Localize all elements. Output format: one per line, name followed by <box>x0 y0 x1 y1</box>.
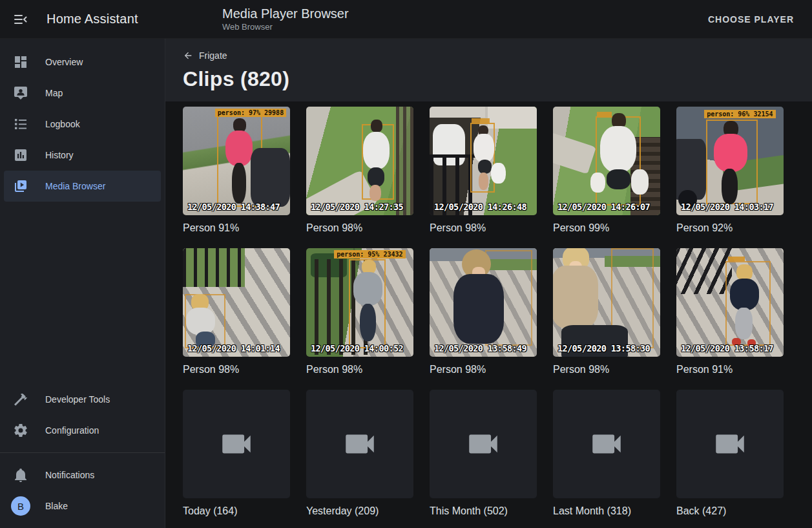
breadcrumb-back-frigate[interactable]: Frigate <box>183 50 227 61</box>
clip-card[interactable]: 12/05/2020 14:27:35 Person 98% <box>306 107 413 234</box>
choose-player-button[interactable]: CHOOSE PLAYER <box>703 9 799 30</box>
photo-figure <box>491 163 506 184</box>
app-window: Home Assistant Media Player Browser Web … <box>0 0 812 528</box>
photo-figure <box>607 169 630 189</box>
clip-label: Person 91% <box>183 222 290 234</box>
clip-thumbnail: person: 96% 32154 12/05/2020 14:03:17 <box>676 107 784 215</box>
photo-figure <box>363 132 390 170</box>
timestamp-overlay: 12/05/2020 13:58:30 <box>557 343 650 354</box>
page-heading: Media Player Browser Web Browser <box>222 6 349 32</box>
photo-figure <box>186 308 215 335</box>
folder-label: This Month (502) <box>430 505 537 517</box>
account-tooltip-icon <box>13 85 28 101</box>
annotation-tag: person: 95% 23432 <box>334 250 405 259</box>
photo-figure <box>430 107 485 118</box>
clip-card[interactable]: 12/05/2020 13:58:49 Person 98% <box>430 248 537 375</box>
timestamp-overlay: 12/05/2020 13:58:49 <box>434 343 526 354</box>
clip-card[interactable]: person: 95% 23432 12/05/2020 14:00:52 Pe… <box>306 248 413 375</box>
sidebar-item-notifications[interactable]: Notifications <box>4 459 161 491</box>
clip-thumbnail: 12/05/2020 13:58:49 <box>430 248 537 357</box>
clip-label: Person 98% <box>430 364 537 375</box>
annotation-tag: person: 97% 29988 <box>215 109 286 117</box>
photo-figure <box>479 173 488 190</box>
clip-card[interactable]: person: 97% 29988 12/05/2020 14:38:47 Pe… <box>183 107 290 234</box>
clip-thumbnail: 12/05/2020 14:26:07 <box>553 107 660 215</box>
sidebar-item-configuration[interactable]: Configuration <box>4 415 161 446</box>
clip-thumbnail: 12/05/2020 13:58:30 <box>553 248 660 357</box>
folder-thumbnail <box>306 390 413 498</box>
folder-label: Today (164) <box>183 505 290 517</box>
photo-figure <box>590 173 605 192</box>
timestamp-overlay: 12/05/2020 14:26:07 <box>557 202 650 212</box>
clip-card[interactable]: 12/05/2020 14:26:07 Person 99% <box>553 107 660 234</box>
timestamp-overlay: 12/05/2020 14:26:48 <box>434 202 526 212</box>
gear-icon <box>13 423 28 438</box>
photo-figure <box>676 248 732 294</box>
sidebar-item-map[interactable]: Map <box>4 78 161 109</box>
content-header: Frigate Clips (820) <box>165 39 812 101</box>
photo-figure <box>714 134 747 172</box>
clip-card[interactable]: person: 96% 32154 12/05/2020 14:03:17 Pe… <box>676 107 784 234</box>
timestamp-overlay: 12/05/2020 14:27:35 <box>311 202 403 212</box>
annotation-tag <box>597 112 612 116</box>
clip-label: Person 99% <box>553 222 660 234</box>
sidebar-item-history[interactable]: History <box>4 140 161 171</box>
sidebar-spacer <box>0 202 165 384</box>
clip-thumbnail: 12/05/2020 14:27:35 <box>306 107 413 215</box>
annotation-tag: person: 96% 32154 <box>704 110 775 118</box>
bar-chart-icon <box>13 147 28 163</box>
photo-figure <box>396 107 413 215</box>
video-camera-icon <box>464 425 502 463</box>
clip-thumbnail: person: 95% 23432 12/05/2020 14:00:52 <box>306 248 413 357</box>
photo-figure <box>722 169 738 204</box>
folder-thumbnail <box>553 390 660 498</box>
photo-figure <box>474 134 494 162</box>
clip-card[interactable]: 12/05/2020 14:01:14 Person 98% <box>183 248 290 375</box>
folder-card-this-month[interactable]: This Month (502) <box>430 390 537 517</box>
folder-thumbnail <box>430 390 537 498</box>
sidebar-item-label: Notifications <box>45 470 94 480</box>
photo-figure <box>251 148 290 207</box>
sidebar-item-label: Map <box>45 88 63 98</box>
clip-card[interactable]: 12/05/2020 13:58:30 Person 98% <box>553 248 660 375</box>
timestamp-overlay: 12/05/2020 14:00:52 <box>311 343 403 354</box>
clip-label: Person 98% <box>430 222 537 234</box>
top-app-bar: Home Assistant Media Player Browser Web … <box>0 0 812 39</box>
folder-card-back[interactable]: Back (427) <box>676 390 784 517</box>
clip-label: Person 91% <box>676 364 784 375</box>
folder-thumbnail <box>183 390 290 498</box>
folder-thumbnail <box>676 390 784 498</box>
clip-card[interactable]: 12/05/2020 14:26:48 Person 98% <box>430 107 537 234</box>
page-title: Media Player Browser <box>222 6 349 21</box>
sidebar-item-logbook[interactable]: Logbook <box>4 109 161 140</box>
arrow-left-icon <box>183 50 193 61</box>
photo-figure <box>360 304 376 342</box>
photo-figure <box>353 272 382 306</box>
folder-label: Yesterday (209) <box>306 505 413 517</box>
folder-card-yesterday[interactable]: Yesterday (209) <box>306 390 413 517</box>
folder-card-today[interactable]: Today (164) <box>183 390 290 517</box>
sidebar-item-developer-tools[interactable]: Developer Tools <box>4 384 161 415</box>
photo-figure <box>225 131 253 166</box>
clip-label: Person 92% <box>676 222 784 234</box>
photo-figure <box>735 308 753 339</box>
timestamp-overlay: 12/05/2020 14:38:47 <box>187 202 280 212</box>
photo-figure <box>370 185 381 201</box>
sidebar-item-user-profile[interactable]: B Blake <box>4 491 161 522</box>
sidebar-item-label: Developer Tools <box>45 394 110 405</box>
sidebar-item-label: Media Browser <box>45 181 105 191</box>
sidebar-item-media-browser[interactable]: Media Browser <box>4 171 161 202</box>
clip-label: Person 98% <box>306 364 413 375</box>
video-camera-icon <box>588 425 625 463</box>
sidebar-toggle-icon[interactable] <box>5 4 36 35</box>
photo-figure <box>453 274 504 344</box>
clips-grid: person: 97% 29988 12/05/2020 14:38:47 Pe… <box>183 107 812 517</box>
clip-thumbnail: 12/05/2020 13:58:17 <box>676 248 784 357</box>
clip-card[interactable]: 12/05/2020 13:58:17 Person 91% <box>676 248 784 375</box>
list-icon <box>13 116 28 132</box>
folder-card-last-month[interactable]: Last Month (318) <box>553 390 660 517</box>
timestamp-overlay: 12/05/2020 14:03:17 <box>681 202 773 212</box>
photo-figure <box>478 160 492 174</box>
sidebar-item-overview[interactable]: Overview <box>4 47 161 78</box>
sidebar-item-label: History <box>45 150 74 160</box>
